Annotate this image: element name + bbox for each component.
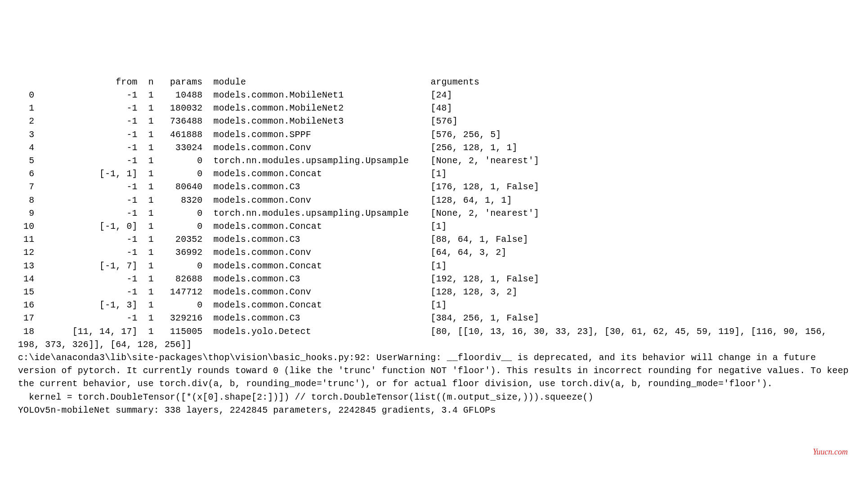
summary-line: YOLOv5n-mobileNet summary: 338 layers, 2… <box>18 405 496 415</box>
kernel-line: kernel = torch.DoubleTensor([*(x[0].shap… <box>18 392 594 402</box>
watermark: Yuucn.com <box>813 446 848 459</box>
header-line: from n params module arguments <box>18 77 479 87</box>
table-body: 0 -1 1 10488 models.common.MobileNet1 [2… <box>18 90 832 350</box>
terminal-output: from n params module arguments 0 -1 1 10… <box>18 76 850 417</box>
warning-text: c:\ide\anaconda3\lib\site-packages\thop\… <box>18 353 854 389</box>
